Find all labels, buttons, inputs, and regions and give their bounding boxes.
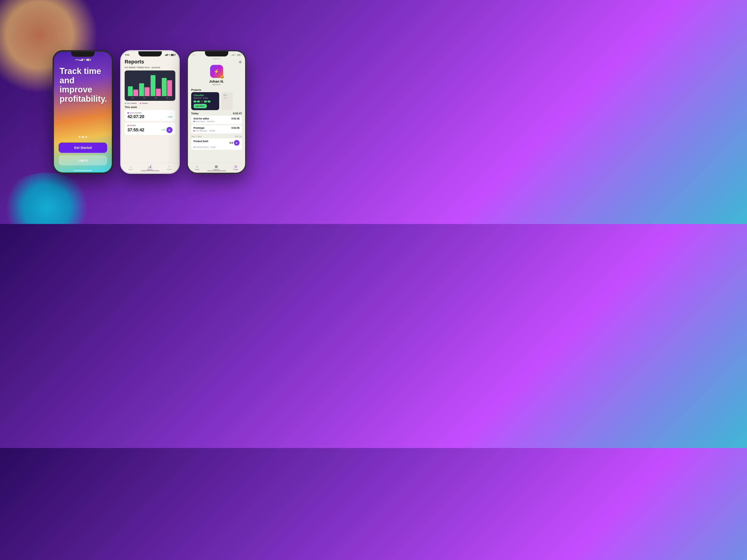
screen3: 9:41 ▾ ⚙ <box>188 51 245 173</box>
today-label: Today <box>191 112 199 115</box>
profile-icon-2: ○ <box>168 164 170 168</box>
this-week-label: This week <box>125 106 175 108</box>
project-updated-classifier: Updated today <box>194 97 217 99</box>
bar-q4-green <box>162 78 167 96</box>
billable-value: 37:55:42 <box>127 128 144 133</box>
reports-title: Reports <box>125 59 175 65</box>
pdot-4 <box>204 101 207 102</box>
billable-dot <box>127 125 129 126</box>
progress-dots-classifier <box>194 101 217 102</box>
chart-labels: Q1 Q2 Q3 Q4 <box>127 97 173 99</box>
chart-legend: Non billable Billable <box>125 102 175 104</box>
nav-home-3[interactable]: ⌂ Home <box>195 164 199 170</box>
hours-dot <box>127 112 129 114</box>
label-q3: Q3 <box>155 97 157 99</box>
battery-icon-1 <box>86 59 91 61</box>
reports-icon-2: 📊 <box>148 164 152 168</box>
time-2: 9:41 <box>125 54 129 56</box>
billable-label: Billable <box>127 124 173 127</box>
hours-row: 42:07:20 ↑ 24% <box>127 114 173 119</box>
bar-q2-pink <box>145 87 149 96</box>
signal-icon-3 <box>232 54 234 56</box>
project-updated-xfe: Upda <box>224 97 230 99</box>
screen2: 9:41 ▾ Reports Non billable / billable h… <box>121 51 179 173</box>
status-icons-1: ▾ <box>80 59 91 61</box>
entry-sub-product: Chatbot System - Eniqm <box>194 146 239 148</box>
screen1: 9:41 ▾ Track time and improve profitabil… <box>54 52 112 172</box>
battery-icon-3 <box>237 54 241 56</box>
time-3: 9:41 <box>192 54 196 56</box>
status-icons-3: ▾ <box>232 54 241 56</box>
bar-chart: Q1 Q2 Q3 Q4 <box>125 71 175 101</box>
wifi-icon-1: ▾ <box>84 59 85 61</box>
time-entry-prototype: Prototype 0:01:05 User Manager - Giddify <box>191 125 242 133</box>
project-card-xfe: Xfe Upda <box>221 92 233 110</box>
label-q1: Q1 <box>132 97 134 99</box>
log-time-button[interactable]: Log Time › <box>194 104 207 108</box>
settings-icon[interactable]: ⚙ <box>239 60 242 64</box>
avatar-section: ⚡ 🤩 Johan N. @jnetz1r <box>188 65 245 87</box>
hours-tracked-card: Hours tracked 42:07:20 ↑ 24% <box>125 110 175 121</box>
bar-q3-pink <box>156 89 161 96</box>
notch-3 <box>205 51 228 56</box>
play-button-billable[interactable]: ▶ <box>166 127 173 133</box>
battery-icon-2 <box>171 54 175 56</box>
legend-pink-dot <box>139 103 141 104</box>
wifi-icon-3: ▾ <box>235 54 236 56</box>
home-indicator-3 <box>207 170 226 171</box>
entry-dot-1 <box>194 121 195 122</box>
signal-icon-2 <box>165 54 168 56</box>
legend-green-dot <box>125 103 126 104</box>
phone-2: 9:41 ▾ Reports Non billable / billable h… <box>120 50 180 174</box>
legend-billable-label: Billable <box>142 102 148 104</box>
home-indicator-1 <box>74 170 92 171</box>
chart-bars <box>127 73 173 96</box>
notch-2 <box>138 51 162 56</box>
play-button-entry[interactable]: ▶ <box>234 140 239 145</box>
dot-1 <box>79 136 80 138</box>
log-in-button[interactable]: Log In <box>59 155 107 165</box>
arrow-icon: › <box>204 105 205 107</box>
entry-name-prototype: Prototype 0:01:05 <box>194 127 239 129</box>
legend-non-billable: Non billable <box>125 102 137 104</box>
hours-value: 42:07:20 <box>127 114 144 119</box>
reports-subtitle: Non billable / billable hours - Quarterl… <box>125 66 175 69</box>
project-name-classifier: Classifier <box>194 94 217 97</box>
status-icons-2: ▾ <box>165 54 175 56</box>
profile-name: Johan N. <box>209 79 224 83</box>
profile-icon-3: ◎ <box>234 164 237 168</box>
today-header: Today 0:02:47 <box>191 112 242 115</box>
avatar-emoji: 🤩 <box>220 75 224 79</box>
bar-q1-green <box>128 86 133 96</box>
cta-buttons: Get Started Log In <box>54 142 112 172</box>
entry-sub-grid: Note Plugin - Mondemi <box>194 121 239 123</box>
today-total-time: 0:02:47 <box>233 112 242 115</box>
bar-group-q2 <box>139 83 149 96</box>
status-bar-1: 9:41 ▾ <box>72 56 94 62</box>
hours-change: ↑ 24% <box>167 116 173 118</box>
bar-group-q1 <box>128 86 138 96</box>
reports-content: Reports Non billable / billable hours - … <box>121 57 179 163</box>
pull-indicator <box>212 58 221 59</box>
projects-section-label: Projects <box>188 87 245 92</box>
nav-profile-2[interactable]: ○ Profile <box>167 164 172 170</box>
bar-q3-green <box>151 75 155 96</box>
notch-1 <box>71 52 95 57</box>
label-q4: Q4 <box>166 97 168 99</box>
billable-change: ↑ 1% <box>160 129 165 131</box>
profile-header: ⚙ <box>188 60 245 65</box>
home-icon-3: ⌂ <box>196 164 198 168</box>
legend-non-billable-label: Non billable <box>127 102 137 104</box>
home-icon-2: ⌂ <box>130 164 131 168</box>
nav-reports-2[interactable]: 📊 Reports <box>147 164 153 170</box>
wifi-icon-2: ▾ <box>169 54 170 56</box>
billable-card: Billable 37:55:42 ↑ 1% ▶ <box>125 123 175 135</box>
entry-dot-3 <box>194 146 195 148</box>
nav-reports-3[interactable]: ▦ Reports <box>213 164 220 170</box>
time-entry-product: Product brief 0:0 ▶ Chatbot System - Eni… <box>191 138 242 150</box>
hours-label: Hours tracked <box>127 112 173 114</box>
nav-profile-3[interactable]: ◎ Profile <box>233 164 238 170</box>
get-started-button[interactable]: Get Started <box>59 142 107 153</box>
up-arrow-icon-2: ↑ <box>160 129 161 131</box>
nav-home-2[interactable]: ⌂ Home <box>128 164 133 170</box>
